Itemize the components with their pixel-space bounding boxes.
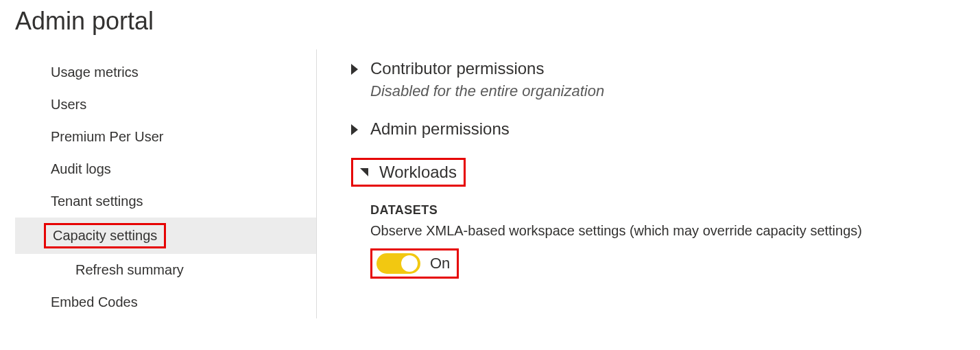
toggle-knob <box>401 255 418 272</box>
section-subtext: Disabled for the entire organization <box>370 82 980 100</box>
section-workloads: Workloads DATASETS Observe XMLA-based wo… <box>351 158 980 279</box>
toggle-state-label: On <box>430 255 450 272</box>
sidebar-item-capacity-settings[interactable]: Capacity settings <box>15 218 316 254</box>
datasets-description: Observe XMLA-based workspace settings (w… <box>370 223 980 239</box>
highlight-box: Workloads <box>351 158 466 187</box>
section-title: Workloads <box>379 163 457 182</box>
section-header[interactable]: Contributor permissions <box>351 59 980 78</box>
chevron-expanded-icon <box>360 167 370 178</box>
sidebar: Usage metrics Users Premium Per User Aud… <box>15 49 317 318</box>
section-header[interactable]: Workloads <box>351 158 980 187</box>
sidebar-item-refresh-summary[interactable]: Refresh summary <box>15 254 316 286</box>
sidebar-item-tenant-settings[interactable]: Tenant settings <box>15 185 316 218</box>
sidebar-item-audit-logs[interactable]: Audit logs <box>15 153 316 185</box>
datasets-heading: DATASETS <box>370 203 980 218</box>
sidebar-item-label: Capacity settings <box>53 228 157 244</box>
sidebar-item-embed-codes[interactable]: Embed Codes <box>15 286 316 318</box>
highlight-box: Capacity settings <box>44 223 166 248</box>
main-content: Contributor permissions Disabled for the… <box>317 49 980 298</box>
section-header[interactable]: Admin permissions <box>351 119 980 139</box>
sidebar-item-users[interactable]: Users <box>15 89 316 121</box>
sidebar-item-premium-per-user[interactable]: Premium Per User <box>15 121 316 153</box>
section-title: Admin permissions <box>370 119 510 139</box>
section-admin-permissions: Admin permissions <box>351 119 980 139</box>
chevron-right-icon <box>351 123 361 135</box>
section-title: Contributor permissions <box>370 59 544 78</box>
highlight-box: On <box>370 248 459 279</box>
page-title: Admin portal <box>15 7 980 36</box>
observe-xmla-toggle[interactable] <box>377 253 420 274</box>
sidebar-item-usage-metrics[interactable]: Usage metrics <box>15 56 316 89</box>
section-contributor-permissions: Contributor permissions Disabled for the… <box>351 59 980 100</box>
chevron-right-icon <box>351 62 361 75</box>
